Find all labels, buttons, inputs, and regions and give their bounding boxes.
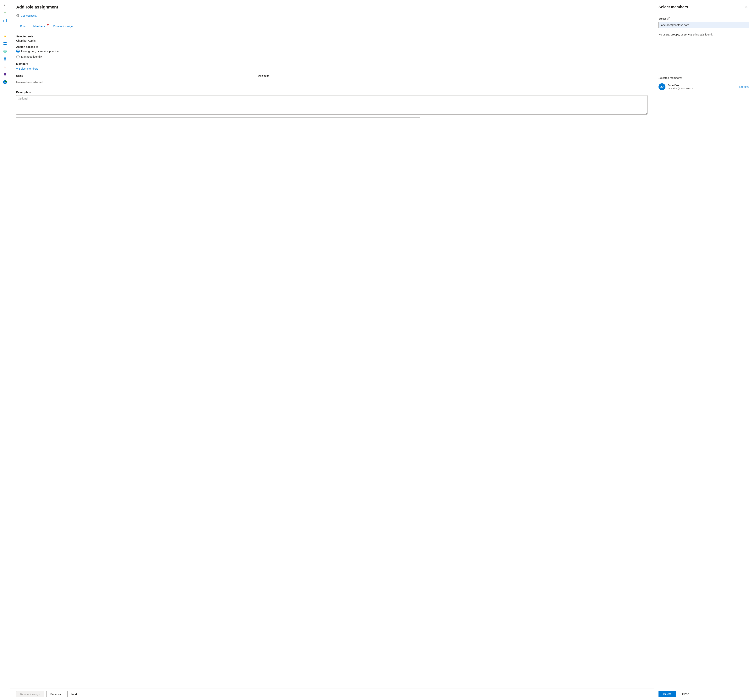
selected-role-value: Chamber Admin <box>16 39 648 42</box>
chart-icon[interactable] <box>2 17 8 24</box>
svg-rect-8 <box>3 44 5 45</box>
next-button[interactable]: Next <box>67 691 81 697</box>
table-row-empty: No members selected <box>16 79 648 86</box>
radio-user-group-label: User, group, or service principal <box>21 50 59 53</box>
member-name: Jane Doe <box>668 84 737 87</box>
info-icon[interactable]: i <box>667 17 670 20</box>
selected-role-label: Selected role <box>16 35 648 38</box>
bottom-bar: Review + assign Previous Next <box>10 688 654 700</box>
member-email: jane.doe@contoso.com <box>668 87 737 90</box>
sidebar-collapse-button[interactable]: » <box>2 2 8 8</box>
tab-role[interactable]: Role <box>16 23 30 30</box>
svg-rect-0 <box>3 20 4 22</box>
diamond-icon[interactable] <box>2 71 8 78</box>
right-panel-header: Select members ✕ <box>654 0 754 13</box>
circle-dashboard-icon[interactable] <box>2 79 8 86</box>
select-members-link[interactable]: + Select members <box>16 67 648 70</box>
feedback-bar[interactable]: 💬 Got feedback? <box>16 13 648 19</box>
close-button[interactable]: Close <box>678 691 693 697</box>
feedback-text: Got feedback? <box>21 14 37 17</box>
radio-managed-identity-circle[interactable] <box>16 55 20 58</box>
remove-member-button[interactable]: Remove <box>739 85 749 88</box>
radio-user-group[interactable]: User, group, or service principal <box>16 50 648 53</box>
main-content: Add role assignment ··· 💬 Got feedback? … <box>10 0 654 688</box>
grid-icon[interactable] <box>2 40 8 47</box>
tab-members-dot <box>47 24 48 25</box>
sidebar: » + ★ <box>0 0 10 700</box>
radio-managed-identity[interactable]: Managed identity <box>16 55 648 58</box>
scroll-hint <box>16 117 521 118</box>
select-members-plus-icon: + <box>16 67 18 70</box>
page-title-menu[interactable]: ··· <box>61 5 65 9</box>
menu-icon[interactable] <box>2 25 8 31</box>
select-field-label: Select <box>659 17 666 20</box>
svg-rect-5 <box>3 29 6 29</box>
avatar: JD <box>659 83 665 90</box>
description-label: Description <box>16 91 648 94</box>
no-members-text: No members selected <box>16 79 648 86</box>
select-label-row: Select i <box>659 17 749 20</box>
close-icon: ✕ <box>745 5 748 9</box>
members-label: Members <box>16 62 648 66</box>
svg-rect-2 <box>6 19 6 22</box>
selected-members-label: Selected members: <box>659 77 749 80</box>
database-icon[interactable] <box>2 56 8 62</box>
members-table: Name Object ID No members selected <box>16 73 648 86</box>
main-panel: Add role assignment ··· 💬 Got feedback? … <box>10 0 654 700</box>
select-confirm-button[interactable]: Select <box>659 691 676 697</box>
description-textarea[interactable] <box>16 95 648 114</box>
compass-icon[interactable]: ◎ <box>2 63 8 70</box>
review-assign-button[interactable]: Review + assign <box>16 691 44 697</box>
member-info: Jane Doe jane.doe@contoso.com <box>668 84 737 90</box>
assign-access-label: Assign access to <box>16 45 648 48</box>
list-item: JD Jane Doe jane.doe@contoso.com Remove <box>659 82 749 92</box>
cube-icon[interactable] <box>2 48 8 55</box>
no-results-text: No users, groups, or service principals … <box>659 31 749 38</box>
star-icon[interactable]: ★ <box>2 33 8 39</box>
plus-icon[interactable]: + <box>2 9 8 16</box>
tab-review[interactable]: Review + assign <box>49 23 77 30</box>
close-panel-button[interactable]: ✕ <box>743 4 749 10</box>
col-name: Name <box>16 73 258 79</box>
tabs: Role Members Review + assign <box>16 23 648 30</box>
svg-rect-1 <box>5 19 5 22</box>
svg-rect-4 <box>3 28 6 28</box>
right-panel-footer: Select Close <box>654 688 754 700</box>
svg-rect-7 <box>5 42 6 44</box>
svg-rect-6 <box>3 42 5 44</box>
radio-group-assign: User, group, or service principal Manage… <box>16 50 648 58</box>
radio-user-group-circle[interactable] <box>16 50 20 53</box>
search-input[interactable] <box>659 22 749 28</box>
right-panel: Select members ✕ Select i No users, grou… <box>654 0 754 700</box>
previous-button[interactable]: Previous <box>46 691 65 697</box>
page-title-text: Add role assignment <box>16 5 58 9</box>
svg-rect-3 <box>3 27 6 27</box>
svg-point-17 <box>5 81 6 83</box>
svg-rect-9 <box>5 44 6 45</box>
tab-members[interactable]: Members <box>30 23 49 30</box>
select-members-text: Select members <box>19 67 38 70</box>
right-panel-body: Select i No users, groups, or service pr… <box>654 13 754 688</box>
radio-managed-identity-label: Managed identity <box>21 55 42 58</box>
col-object-id: Object ID <box>258 73 648 79</box>
page-title: Add role assignment ··· <box>16 5 648 9</box>
svg-marker-15 <box>4 73 6 76</box>
right-panel-title: Select members <box>659 5 688 9</box>
feedback-icon: 💬 <box>16 14 19 17</box>
